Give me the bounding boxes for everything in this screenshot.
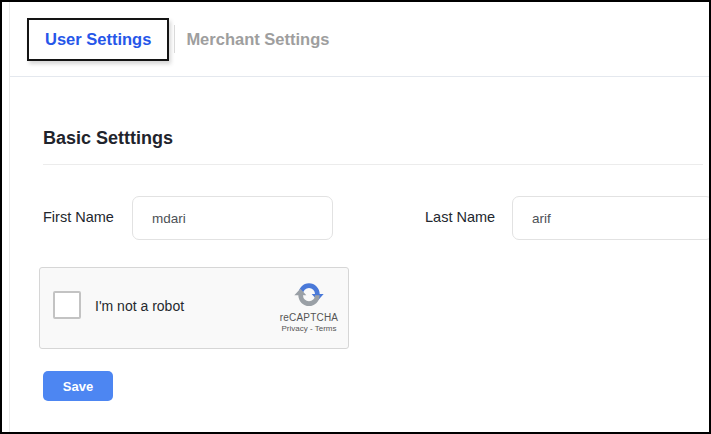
first-name-input[interactable] (132, 196, 333, 240)
links-separator: - (310, 324, 313, 333)
last-name-label: Last Name (425, 209, 495, 225)
settings-tabbar: User Settings Merchant Settings (10, 2, 709, 77)
privacy-link[interactable]: Privacy (282, 324, 308, 333)
recaptcha-widget: I'm not a robot reCAPTCHA Privacy - Term… (39, 267, 349, 349)
first-name-label: First Name (43, 209, 114, 225)
recaptcha-checkbox[interactable] (53, 291, 81, 319)
recaptcha-brand-text: reCAPTCHA (279, 312, 339, 323)
tab-separator (174, 25, 175, 53)
last-name-input[interactable] (512, 196, 711, 240)
tab-merchant-settings[interactable]: Merchant Settings (186, 30, 329, 49)
terms-link[interactable]: Terms (315, 324, 337, 333)
save-button[interactable]: Save (43, 371, 113, 401)
recaptcha-links: Privacy - Terms (279, 324, 339, 333)
user-settings-tab-highlight-box[interactable]: User Settings (27, 18, 169, 61)
recaptcha-label: I'm not a robot (95, 298, 184, 314)
section-title: Basic Setttings (43, 128, 173, 149)
recaptcha-branding: reCAPTCHA Privacy - Terms (279, 278, 339, 333)
recaptcha-icon (293, 278, 325, 310)
tab-user-settings[interactable]: User Settings (45, 30, 151, 48)
section-divider (43, 164, 703, 165)
app-frame: User Settings Merchant Settings Basic Se… (0, 0, 711, 434)
